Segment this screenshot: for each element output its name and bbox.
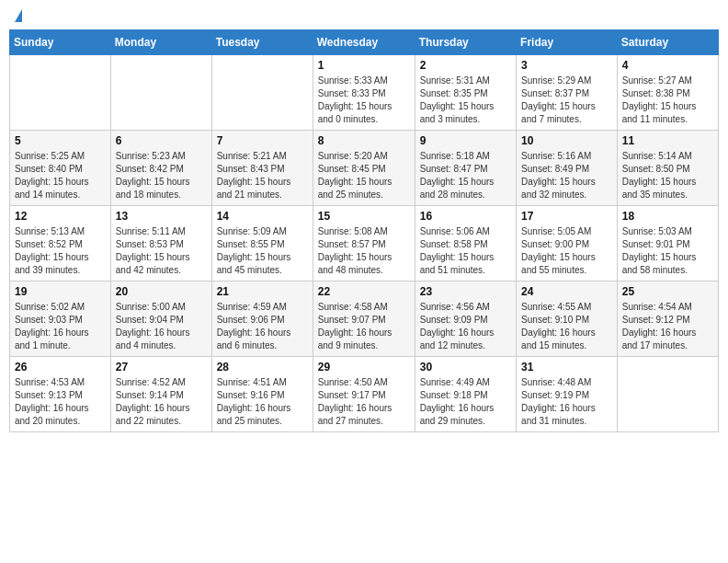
- day-info: Sunrise: 4:53 AM Sunset: 9:13 PM Dayligh…: [15, 376, 106, 428]
- calendar-day-cell: 23Sunrise: 4:56 AM Sunset: 9:09 PM Dayli…: [415, 282, 516, 357]
- day-info: Sunrise: 4:50 AM Sunset: 9:17 PM Dayligh…: [318, 376, 410, 428]
- calendar-day-cell: 2Sunrise: 5:31 AM Sunset: 8:35 PM Daylig…: [415, 55, 516, 131]
- page-header: [9, 9, 719, 22]
- day-info: Sunrise: 5:21 AM Sunset: 8:43 PM Dayligh…: [217, 150, 308, 201]
- calendar-day-cell: 25Sunrise: 4:54 AM Sunset: 9:12 PM Dayli…: [617, 282, 718, 357]
- day-info: Sunrise: 5:02 AM Sunset: 9:03 PM Dayligh…: [15, 301, 106, 352]
- calendar-day-cell: 9Sunrise: 5:18 AM Sunset: 8:47 PM Daylig…: [415, 131, 516, 206]
- calendar-day-cell: 21Sunrise: 4:59 AM Sunset: 9:06 PM Dayli…: [211, 282, 313, 357]
- calendar-day-cell: 31Sunrise: 4:48 AM Sunset: 9:19 PM Dayli…: [517, 357, 618, 432]
- calendar-day-cell: 24Sunrise: 4:55 AM Sunset: 9:10 PM Dayli…: [517, 282, 618, 357]
- day-info: Sunrise: 5:16 AM Sunset: 8:49 PM Dayligh…: [521, 150, 612, 201]
- calendar-week-row: 5Sunrise: 5:25 AM Sunset: 8:40 PM Daylig…: [10, 131, 719, 206]
- day-info: Sunrise: 4:55 AM Sunset: 9:10 PM Dayligh…: [521, 301, 612, 352]
- day-number: 26: [15, 361, 106, 373]
- day-info: Sunrise: 5:33 AM Sunset: 8:33 PM Dayligh…: [318, 75, 410, 126]
- calendar-day-cell: 3Sunrise: 5:29 AM Sunset: 8:37 PM Daylig…: [517, 55, 618, 131]
- calendar-day-cell: 14Sunrise: 5:09 AM Sunset: 8:55 PM Dayli…: [211, 206, 313, 282]
- calendar-day-cell: 17Sunrise: 5:05 AM Sunset: 9:00 PM Dayli…: [517, 206, 618, 282]
- day-number: 12: [15, 210, 106, 223]
- calendar-day-cell: 6Sunrise: 5:23 AM Sunset: 8:42 PM Daylig…: [110, 131, 211, 206]
- day-info: Sunrise: 4:52 AM Sunset: 9:14 PM Dayligh…: [116, 376, 207, 428]
- day-number: 29: [318, 361, 410, 373]
- day-number: 20: [116, 285, 207, 298]
- day-number: 30: [420, 361, 511, 373]
- day-info: Sunrise: 4:56 AM Sunset: 9:09 PM Dayligh…: [420, 301, 511, 352]
- day-info: Sunrise: 5:13 AM Sunset: 8:52 PM Dayligh…: [15, 225, 106, 277]
- calendar-day-cell: 28Sunrise: 4:51 AM Sunset: 9:16 PM Dayli…: [211, 357, 313, 432]
- day-number: 4: [622, 59, 713, 72]
- calendar-day-cell: 26Sunrise: 4:53 AM Sunset: 9:13 PM Dayli…: [10, 357, 111, 432]
- day-number: 3: [521, 59, 612, 72]
- calendar-table: SundayMondayTuesdayWednesdayThursdayFrid…: [9, 29, 719, 432]
- day-info: Sunrise: 5:14 AM Sunset: 8:50 PM Dayligh…: [622, 150, 713, 201]
- calendar-day-cell: 7Sunrise: 5:21 AM Sunset: 8:43 PM Daylig…: [211, 131, 313, 206]
- day-info: Sunrise: 4:51 AM Sunset: 9:16 PM Dayligh…: [217, 376, 308, 428]
- day-info: Sunrise: 5:09 AM Sunset: 8:55 PM Dayligh…: [217, 225, 308, 277]
- calendar-week-row: 19Sunrise: 5:02 AM Sunset: 9:03 PM Dayli…: [10, 282, 719, 357]
- calendar-week-row: 12Sunrise: 5:13 AM Sunset: 8:52 PM Dayli…: [10, 206, 719, 282]
- day-number: 31: [521, 361, 612, 373]
- calendar-header-friday: Friday: [517, 30, 618, 55]
- day-number: 24: [521, 285, 612, 298]
- calendar-day-cell: 29Sunrise: 4:50 AM Sunset: 9:17 PM Dayli…: [313, 357, 415, 432]
- calendar-week-row: 26Sunrise: 4:53 AM Sunset: 9:13 PM Dayli…: [10, 357, 719, 432]
- calendar-day-cell: 20Sunrise: 5:00 AM Sunset: 9:04 PM Dayli…: [110, 282, 211, 357]
- day-number: 18: [622, 210, 713, 223]
- day-info: Sunrise: 5:20 AM Sunset: 8:45 PM Dayligh…: [318, 150, 410, 201]
- calendar-day-cell: 10Sunrise: 5:16 AM Sunset: 8:49 PM Dayli…: [517, 131, 618, 206]
- calendar-header-tuesday: Tuesday: [211, 30, 313, 55]
- calendar-day-cell: 11Sunrise: 5:14 AM Sunset: 8:50 PM Dayli…: [617, 131, 718, 206]
- day-number: 17: [521, 210, 612, 223]
- day-number: 11: [622, 134, 713, 147]
- day-info: Sunrise: 4:48 AM Sunset: 9:19 PM Dayligh…: [521, 376, 612, 428]
- day-number: 7: [217, 134, 308, 147]
- day-number: 15: [318, 210, 410, 223]
- day-number: 21: [217, 285, 308, 298]
- day-number: 9: [420, 134, 511, 147]
- day-number: 10: [521, 134, 612, 147]
- calendar-day-cell: 22Sunrise: 4:58 AM Sunset: 9:07 PM Dayli…: [313, 282, 415, 357]
- calendar-day-cell: 15Sunrise: 5:08 AM Sunset: 8:57 PM Dayli…: [313, 206, 415, 282]
- logo-triangle-icon: [15, 9, 22, 22]
- day-info: Sunrise: 5:08 AM Sunset: 8:57 PM Dayligh…: [318, 225, 410, 277]
- day-number: 2: [420, 59, 511, 72]
- calendar-day-cell: 1Sunrise: 5:33 AM Sunset: 8:33 PM Daylig…: [313, 55, 415, 131]
- calendar-day-cell: 27Sunrise: 4:52 AM Sunset: 9:14 PM Dayli…: [110, 357, 211, 432]
- day-number: 16: [420, 210, 511, 223]
- calendar-header-thursday: Thursday: [415, 30, 516, 55]
- day-info: Sunrise: 5:31 AM Sunset: 8:35 PM Dayligh…: [420, 75, 511, 126]
- day-info: Sunrise: 5:29 AM Sunset: 8:37 PM Dayligh…: [521, 75, 612, 126]
- calendar-day-cell: 13Sunrise: 5:11 AM Sunset: 8:53 PM Dayli…: [110, 206, 211, 282]
- day-number: 28: [217, 361, 308, 373]
- calendar-empty-cell: [211, 55, 313, 131]
- day-number: 22: [318, 285, 410, 298]
- day-info: Sunrise: 5:18 AM Sunset: 8:47 PM Dayligh…: [420, 150, 511, 201]
- calendar-day-cell: 12Sunrise: 5:13 AM Sunset: 8:52 PM Dayli…: [10, 206, 111, 282]
- calendar-header-monday: Monday: [110, 30, 211, 55]
- day-number: 25: [622, 285, 713, 298]
- day-number: 8: [318, 134, 410, 147]
- day-number: 1: [318, 59, 410, 72]
- day-info: Sunrise: 5:05 AM Sunset: 9:00 PM Dayligh…: [521, 225, 612, 277]
- day-info: Sunrise: 5:03 AM Sunset: 9:01 PM Dayligh…: [622, 225, 713, 277]
- calendar-day-cell: 16Sunrise: 5:06 AM Sunset: 8:58 PM Dayli…: [415, 206, 516, 282]
- calendar-empty-cell: [617, 357, 718, 432]
- day-info: Sunrise: 4:58 AM Sunset: 9:07 PM Dayligh…: [318, 301, 410, 352]
- day-info: Sunrise: 5:25 AM Sunset: 8:40 PM Dayligh…: [15, 150, 106, 201]
- day-info: Sunrise: 5:23 AM Sunset: 8:42 PM Dayligh…: [116, 150, 207, 201]
- day-number: 23: [420, 285, 511, 298]
- day-info: Sunrise: 5:27 AM Sunset: 8:38 PM Dayligh…: [622, 75, 713, 126]
- day-number: 14: [217, 210, 308, 223]
- day-info: Sunrise: 5:11 AM Sunset: 8:53 PM Dayligh…: [116, 225, 207, 277]
- calendar-day-cell: 5Sunrise: 5:25 AM Sunset: 8:40 PM Daylig…: [10, 131, 111, 206]
- day-info: Sunrise: 5:06 AM Sunset: 8:58 PM Dayligh…: [420, 225, 511, 277]
- day-info: Sunrise: 4:59 AM Sunset: 9:06 PM Dayligh…: [217, 301, 308, 352]
- calendar-header-row: SundayMondayTuesdayWednesdayThursdayFrid…: [10, 30, 719, 55]
- day-info: Sunrise: 5:00 AM Sunset: 9:04 PM Dayligh…: [116, 301, 207, 352]
- day-number: 13: [116, 210, 207, 223]
- calendar-day-cell: 18Sunrise: 5:03 AM Sunset: 9:01 PM Dayli…: [617, 206, 718, 282]
- calendar-header-sunday: Sunday: [10, 30, 111, 55]
- calendar-day-cell: 4Sunrise: 5:27 AM Sunset: 8:38 PM Daylig…: [617, 55, 718, 131]
- logo: [13, 9, 22, 22]
